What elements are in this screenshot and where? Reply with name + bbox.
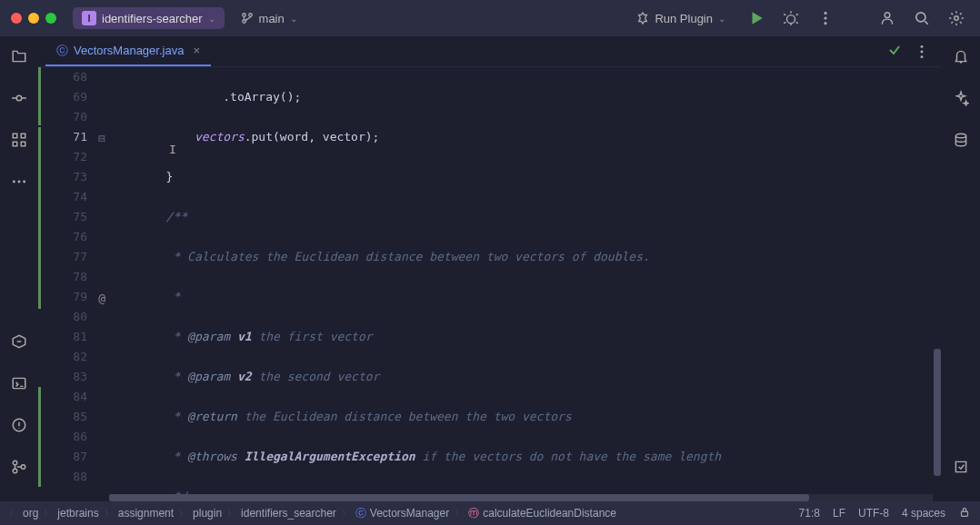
run-config-selector[interactable]: Run Plugin ⌄	[627, 8, 735, 29]
project-tool-button[interactable]	[6, 44, 32, 69]
structure-tool-button[interactable]	[6, 127, 32, 153]
svg-point-22	[13, 469, 17, 473]
svg-point-8	[916, 13, 925, 22]
line-number: 72	[38, 147, 87, 167]
branch-icon	[241, 12, 254, 25]
chevron-right-icon: 〉	[455, 508, 463, 520]
line-number: 88	[38, 467, 87, 487]
line-number: 69	[38, 87, 87, 107]
inspection-ok-icon[interactable]	[887, 43, 902, 60]
project-icon: I	[82, 11, 96, 25]
close-window-icon[interactable]	[11, 13, 22, 24]
commit-tool-button[interactable]	[6, 85, 32, 111]
svg-point-0	[242, 14, 245, 17]
window-controls	[11, 13, 56, 24]
line-number: 87	[38, 447, 87, 467]
editor-body[interactable]: 68 69 70 💡 71⊟ 72 73 74 75 76 77 78 79@ …	[38, 67, 942, 501]
terminal-tool-button[interactable]	[6, 371, 32, 396]
fold-icon[interactable]: ⊟	[98, 129, 105, 149]
svg-rect-11	[13, 134, 17, 138]
more-actions-button[interactable]	[813, 5, 838, 31]
breadcrumb-item[interactable]: ⓒ VectorsManager	[355, 506, 449, 521]
svg-point-21	[13, 461, 17, 465]
readonly-lock-icon[interactable]	[958, 506, 971, 521]
line-number: 77	[38, 247, 87, 267]
breadcrumb-item[interactable]: assignment	[118, 507, 174, 520]
titlebar: I identifiers-searcher ⌄ main ⌄ Run Plug…	[0, 0, 980, 36]
svg-point-24	[921, 45, 924, 47]
run-button[interactable]	[744, 5, 769, 31]
svg-point-15	[13, 181, 15, 183]
svg-point-4	[824, 12, 826, 15]
minimize-window-icon[interactable]	[28, 13, 39, 24]
close-tab-icon[interactable]: ×	[193, 44, 200, 57]
editor-tab-active[interactable]: ⓒ VectorsManager.java ×	[45, 36, 211, 66]
scrollbar-thumb[interactable]	[109, 494, 809, 501]
code-content[interactable]: .toArray(); vectors.put(word, vector); }…	[109, 67, 942, 501]
more-tools-button[interactable]	[6, 169, 32, 194]
vertical-scrollbar[interactable]	[933, 67, 942, 501]
line-number: 76	[38, 227, 87, 247]
breadcrumb-item[interactable]: org	[23, 507, 38, 520]
svg-rect-13	[13, 142, 17, 146]
plugin-icon	[636, 12, 649, 25]
text-cursor-icon: I	[169, 140, 176, 160]
chevron-down-icon: ⌄	[718, 14, 725, 24]
line-separator[interactable]: LF	[833, 507, 845, 520]
override-icon[interactable]: @	[98, 289, 105, 309]
breadcrumb-item[interactable]: identifiers_searcher	[241, 507, 336, 520]
vcs-branch-selector[interactable]: main ⌄	[234, 8, 305, 29]
services-tool-button[interactable]	[6, 329, 32, 354]
statusbar: 〉 org 〉 jetbrains 〉 assignment 〉 plugin …	[0, 501, 980, 525]
code-with-me-button[interactable]	[875, 5, 900, 31]
branch-name: main	[259, 12, 285, 25]
project-selector[interactable]: I identifiers-searcher ⌄	[73, 7, 225, 29]
coverage-tool-button[interactable]	[948, 454, 974, 480]
database-tool-button[interactable]	[948, 127, 974, 153]
maximize-window-icon[interactable]	[45, 13, 56, 24]
svg-rect-19	[13, 378, 25, 388]
svg-rect-12	[21, 134, 25, 138]
chevron-right-icon: 〉	[227, 508, 235, 520]
scrollbar-thumb[interactable]	[934, 349, 941, 476]
code-line: * @return the Euclidean distance between…	[109, 407, 942, 427]
java-class-icon: ⓒ	[56, 43, 68, 59]
caret-position[interactable]: 71:8	[799, 507, 820, 520]
editor-area: ⓒ VectorsManager.java × 68 69	[38, 36, 942, 501]
chevron-down-icon: ⌄	[290, 14, 297, 24]
code-line: }	[109, 167, 942, 187]
vcs-tool-button[interactable]	[6, 454, 32, 480]
ai-assistant-button[interactable]	[948, 85, 974, 111]
svg-point-17	[23, 181, 25, 183]
breadcrumb-item[interactable]: ⓜ calculateEuclideanDistance	[468, 506, 616, 521]
line-number: 74	[38, 187, 87, 207]
code-line: * @param v1 the first vector	[109, 327, 942, 347]
horizontal-scrollbar[interactable]	[109, 494, 933, 501]
code-line: /**	[109, 207, 942, 227]
line-number: 85	[38, 407, 87, 427]
indent-setting[interactable]: 4 spaces	[902, 507, 945, 520]
editor-tabs: ⓒ VectorsManager.java ×	[38, 36, 942, 67]
line-number: 70 💡	[38, 107, 87, 127]
line-number: 73	[38, 167, 87, 187]
svg-point-2	[248, 14, 252, 17]
file-encoding[interactable]: UTF-8	[858, 507, 889, 520]
chevron-down-icon: ⌄	[208, 14, 215, 24]
svg-point-5	[824, 16, 826, 19]
search-button[interactable]	[909, 5, 935, 31]
debug-button[interactable]	[778, 5, 804, 31]
notifications-button[interactable]	[948, 44, 974, 69]
settings-button[interactable]	[944, 5, 969, 31]
tab-filename: VectorsManager.java	[74, 44, 184, 57]
left-toolbar	[0, 36, 38, 501]
line-number: 82	[38, 347, 87, 367]
svg-point-9	[955, 16, 959, 21]
svg-point-10	[16, 95, 22, 101]
problems-tool-button[interactable]	[6, 412, 32, 438]
tab-options-button[interactable]	[909, 39, 935, 64]
svg-point-23	[21, 465, 25, 470]
breadcrumb-item[interactable]: plugin	[193, 507, 222, 520]
code-line: *	[109, 287, 942, 307]
breadcrumb-item[interactable]: jetbrains	[57, 507, 98, 520]
line-number: 80	[38, 307, 87, 327]
